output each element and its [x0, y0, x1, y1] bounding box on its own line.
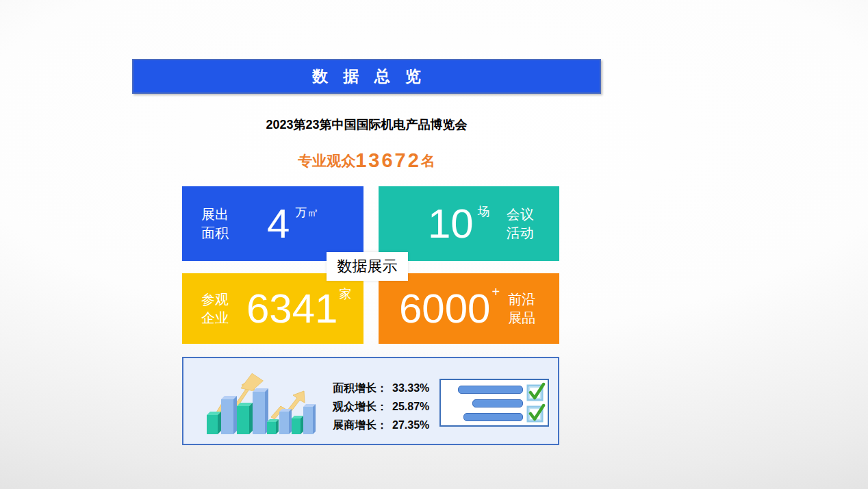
- card-exhibits-label-line2: 展品: [508, 309, 535, 327]
- card-meetings: 10 场 会议 活动: [379, 186, 559, 261]
- checklist-bar: [463, 413, 523, 421]
- card-companies-unit: 家: [339, 286, 351, 302]
- stat-audience-growth: 观众增长：25.87%: [333, 397, 429, 416]
- card-area-value: 4: [267, 203, 290, 244]
- audience-suffix: 名: [421, 153, 435, 168]
- card-companies-label-line1: 参观: [201, 290, 229, 308]
- card-exhibits-label: 前沿 展品: [508, 290, 535, 327]
- growth-panel: 面积增长：33.33% 观众增长：25.87% 展商增长：27.35%: [182, 357, 559, 445]
- section-title: 数 据 总 览: [307, 66, 426, 87]
- card-meetings-unit: 场: [478, 203, 490, 220]
- card-exhibits-plus: +: [492, 284, 500, 300]
- event-title: 2023第23第中国国际机电产品博览会: [132, 116, 601, 133]
- checklist-icon: [439, 379, 549, 427]
- growth-stats: 面积增长：33.33% 观众增长：25.87% 展商增长：27.35%: [333, 379, 429, 434]
- stat-exhibitor-growth: 展商增长：27.35%: [333, 416, 429, 434]
- stat-audience-growth-label: 观众增长：: [333, 401, 387, 412]
- card-exhibition-area: 展出 面积 4 万㎡: [182, 186, 363, 261]
- card-area-label-line2: 面积: [201, 224, 229, 242]
- card-area-unit: 万㎡: [295, 205, 318, 221]
- card-meetings-label-line1: 会议: [507, 205, 534, 223]
- audience-stat-line: 专业观众13672名: [132, 149, 601, 172]
- card-area-label: 展出 面积: [201, 205, 229, 242]
- card-exhibits-label-line1: 前沿: [508, 290, 535, 308]
- section-header-banner: 数 据 总 览: [132, 59, 601, 94]
- card-area-label-line1: 展出: [201, 205, 229, 223]
- card-companies-label-line2: 企业: [201, 309, 229, 327]
- checklist-bar: [458, 386, 523, 394]
- card-companies-value: 6341: [246, 288, 337, 329]
- audience-prefix: 专业观众: [298, 153, 355, 168]
- audience-number: 13672: [355, 149, 421, 171]
- slide: 数 据 总 览 2023第23第中国国际机电产品博览会 专业观众13672名 展…: [0, 0, 868, 489]
- card-meetings-label-line2: 活动: [507, 224, 534, 242]
- card-companies-label: 参观 企业: [201, 290, 229, 327]
- stat-area-growth-value: 33.33%: [392, 382, 429, 394]
- checkbox-check-icon: [526, 382, 546, 403]
- card-exhibits-value: 6000: [399, 288, 490, 329]
- card-exhibits: 6000 + 前沿 展品: [379, 273, 559, 344]
- stat-area-growth: 面积增长：33.33%: [333, 379, 429, 397]
- stat-exhibitor-growth-label: 展商增长：: [333, 419, 387, 431]
- checkbox-check-icon: [526, 403, 546, 424]
- stat-area-growth-label: 面积增长：: [333, 382, 387, 394]
- card-meetings-value: 10: [428, 203, 474, 244]
- center-label: 数据展示: [327, 252, 408, 281]
- card-companies: 参观 企业 6341 家: [182, 273, 363, 344]
- growth-bar-chart-icon: [203, 361, 320, 442]
- card-meetings-label: 会议 活动: [507, 205, 534, 242]
- checklist-bar: [472, 399, 523, 408]
- stat-audience-growth-value: 25.87%: [392, 401, 429, 412]
- stat-exhibitor-growth-value: 27.35%: [392, 419, 429, 431]
